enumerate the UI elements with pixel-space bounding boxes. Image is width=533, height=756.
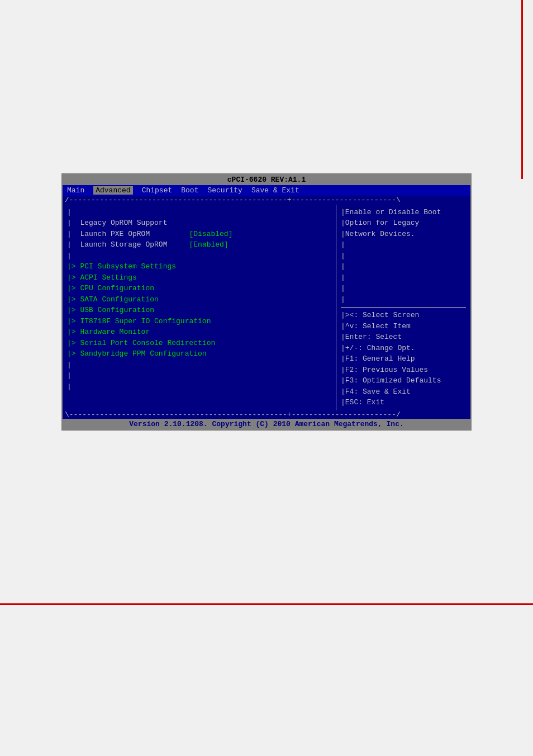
line-usb-config[interactable]: |> USB Configuration [67,305,331,316]
nav-change-opt: |+/-: Change Opt. [341,343,466,354]
line-sandybridge[interactable]: |> Sandybridge PPM Configuration [67,348,331,360]
bios-menu-bar: Main Advanced Chipset Boot Security Save… [63,185,470,196]
help-line-3: |Network Devices. [341,229,466,240]
bios-left-panel: | | Legacy OpROM Support | Launch PXE Op… [63,205,336,410]
line-legacy-oprom: | Legacy OpROM Support [67,218,331,229]
help-line-4: | [341,239,466,251]
line-serial-port[interactable]: |> Serial Port Console Redirection [67,338,331,349]
menu-item-security[interactable]: Security [207,186,242,195]
bios-title: cPCI-6620 REV:A1.1 [63,174,470,185]
line-pci-subsystem[interactable]: |> PCI Subsystem Settings [67,261,331,272]
line-acpi-settings[interactable]: |> ACPI Settings [67,272,331,284]
launch-pxe-label: Launch PXE OpROM [80,230,189,238]
help-line-9: | [341,294,466,305]
launch-storage-value: [Enabled] [189,240,228,249]
bios-right-panel: |Enable or Disable Boot |Option for Lega… [336,205,470,410]
help-divider [341,307,466,308]
help-line-1: |Enable or Disable Boot [341,207,466,218]
menu-item-advanced[interactable]: Advanced [93,186,132,195]
nav-esc-exit: |ESC: Exit [341,397,466,408]
line-launch-pxe: | Launch PXE OpROM [Disabled] [67,229,331,240]
separator-top: /---------------------------------------… [63,196,470,205]
line-it8718f-config[interactable]: |> IT8718F Super IO Configuration [67,316,331,327]
line-sata-config[interactable]: |> SATA Configuration [67,294,331,305]
help-line-6: | [341,261,466,272]
nav-enter-select: |Enter: Select [341,332,466,343]
line-pipe-1: | [67,207,331,218]
nav-f2-prev: |F2: Previous Values [341,365,466,376]
line-pipe-3: | [67,360,331,371]
help-line-2: |Option for Legacy [341,218,466,229]
line-pipe-4: | [67,370,331,381]
version-text: Version 2.10.1208. Copyright (C) 2010 Am… [129,420,403,428]
separator-bottom: \---------------------------------------… [63,410,470,419]
right-accent-bar [521,0,523,179]
menu-item-boot[interactable]: Boot [181,186,198,195]
bios-version-bar: Version 2.10.1208. Copyright (C) 2010 Am… [63,419,470,429]
bios-screen: cPCI-6620 REV:A1.1 Main Advanced Chipset… [61,173,472,431]
launch-storage-label: Launch Storage OpROM [80,240,189,249]
line-cpu-config[interactable]: |> CPU Configuration [67,283,331,294]
nav-select-screen: |><: Select Screen [341,310,466,321]
nav-f1-help: |F1: General Help [341,353,466,365]
launch-pxe-value: [Disabled] [189,230,232,238]
help-line-8: | [341,283,466,294]
nav-f4-save: |F4: Save & Exit [341,386,466,398]
line-hardware-monitor[interactable]: |> Hardware Monitor [67,327,331,338]
help-line-5: | [341,251,466,262]
nav-select-item: |^v: Select Item [341,321,466,332]
line-launch-storage: | Launch Storage OpROM [Enabled] [67,239,331,251]
menu-item-chipset[interactable]: Chipset [142,186,173,195]
nav-f3-defaults: |F3: Optimized Defaults [341,375,466,386]
bottom-accent-bar [0,603,533,605]
bios-main-content: | | Legacy OpROM Support | Launch PXE Op… [63,205,470,410]
line-pipe-5: | [67,381,331,393]
help-line-7: | [341,272,466,284]
line-pipe-2: | [67,251,331,262]
title-text: cPCI-6620 REV:A1.1 [227,176,306,184]
menu-item-main[interactable]: Main [67,186,84,195]
menu-item-save-exit[interactable]: Save & Exit [251,186,299,195]
